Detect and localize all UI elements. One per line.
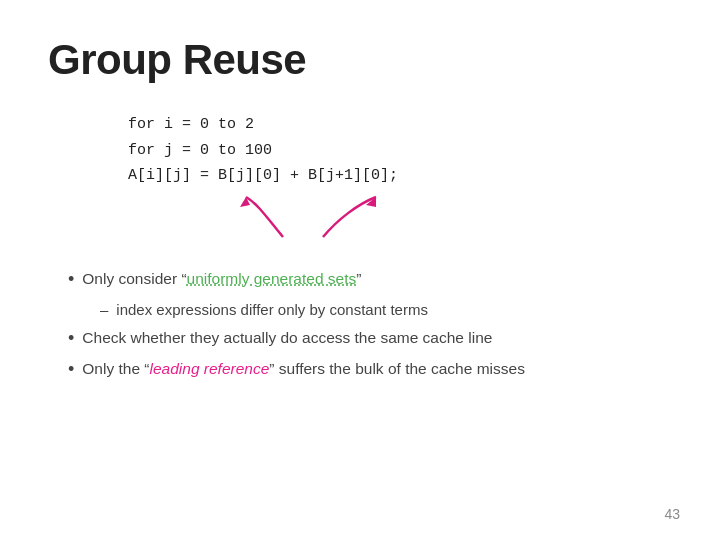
sub-bullet-1: – index expressions differ only by const… (100, 298, 672, 322)
bullet-text-1: Only consider “uniformly generated sets” (82, 267, 672, 292)
code-block: for i = 0 to 2 for j = 0 to 100 A[i][j] … (128, 112, 672, 189)
bullet-dot-1: • (68, 267, 74, 292)
bullet-text-3: Only the “leading reference” suffers the… (82, 357, 672, 382)
highlight-leading: leading reference (150, 360, 270, 377)
page-number: 43 (664, 506, 680, 522)
bullet-list: • Only consider “uniformly generated set… (68, 267, 672, 383)
bullet-item-2: • Check whether they actually do access … (68, 326, 672, 351)
code-line-1: for i = 0 to 2 (128, 112, 672, 138)
slide: Group Reuse for i = 0 to 2 for j = 0 to … (0, 0, 720, 540)
code-line-2: for j = 0 to 100 (128, 138, 672, 164)
code-line-3: A[i][j] = B[j][0] + B[j+1][0]; (128, 163, 672, 189)
bullet-dot-3: • (68, 357, 74, 382)
arrows-decoration (128, 199, 672, 249)
sub-dash-1: – (100, 298, 108, 322)
highlight-uniformly: uniformly generated sets (187, 270, 357, 287)
slide-title: Group Reuse (48, 36, 672, 84)
bullet-item-3: • Only the “leading reference” suffers t… (68, 357, 672, 382)
bullet-text-2: Check whether they actually do access th… (82, 326, 672, 351)
sub-bullet-text-1: index expressions differ only by constan… (116, 298, 428, 322)
bullet-dot-2: • (68, 326, 74, 351)
bullet-item-1: • Only consider “uniformly generated set… (68, 267, 672, 292)
arrows-svg (128, 189, 528, 244)
